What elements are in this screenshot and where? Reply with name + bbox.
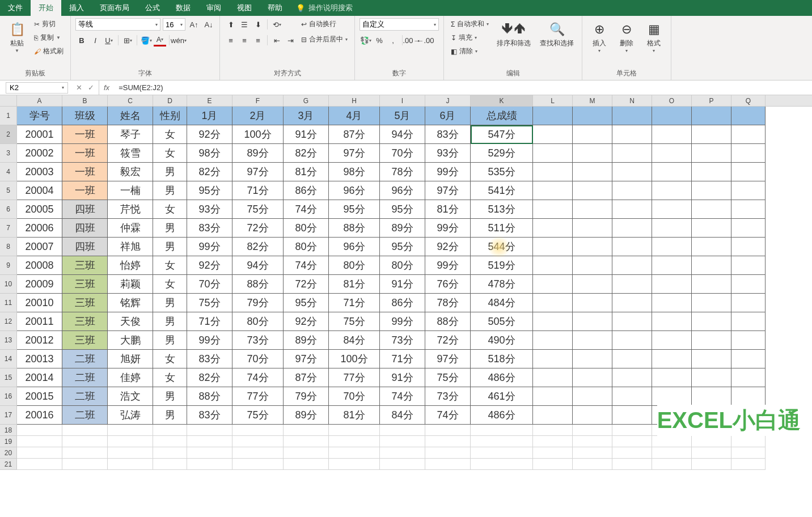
cell-I7[interactable]: 89分: [380, 219, 425, 238]
cell-M8[interactable]: [573, 238, 612, 256]
menu-help[interactable]: 帮助: [260, 0, 290, 16]
cell-O2[interactable]: [652, 125, 692, 144]
cell-L17[interactable]: [533, 406, 573, 425]
cell-A12[interactable]: 20011: [17, 312, 62, 331]
cell-N17[interactable]: [612, 406, 652, 425]
cell-D9[interactable]: 女: [153, 256, 187, 275]
cell-F17[interactable]: 75分: [232, 406, 284, 425]
cell-G1[interactable]: 3月: [284, 107, 329, 125]
border-button[interactable]: ⊞▾: [121, 34, 134, 46]
cell-H14[interactable]: 100分: [329, 350, 380, 368]
cell-H10[interactable]: 81分: [329, 275, 380, 294]
cell-P12[interactable]: [692, 312, 731, 331]
cell-B14[interactable]: 二班: [62, 350, 108, 368]
menu-data[interactable]: 数据: [168, 0, 198, 16]
cell-Q1[interactable]: [731, 107, 766, 125]
cell-E3[interactable]: 98分: [187, 144, 232, 163]
cell-J16[interactable]: 73分: [425, 387, 471, 406]
menu-view[interactable]: 视图: [229, 0, 260, 16]
cell-C12[interactable]: 天俊: [108, 312, 153, 331]
cell-P15[interactable]: [692, 368, 731, 387]
cell-J2[interactable]: 83分: [425, 125, 471, 144]
cell-E5[interactable]: 95分: [187, 181, 232, 200]
row-header-3[interactable]: 3: [0, 144, 17, 163]
cell-F4[interactable]: 97分: [232, 163, 284, 181]
cell-L6[interactable]: [533, 200, 573, 219]
cell-H4[interactable]: 98分: [329, 163, 380, 181]
cell-D5[interactable]: 男: [153, 181, 187, 200]
cell-G14[interactable]: 97分: [284, 350, 329, 368]
cell-M11[interactable]: [573, 294, 612, 312]
cell-E4[interactable]: 82分: [187, 163, 232, 181]
cell-Q15[interactable]: [731, 368, 766, 387]
cell-K17[interactable]: 486分: [471, 406, 533, 425]
cell-M6[interactable]: [573, 200, 612, 219]
cell-J9[interactable]: 99分: [425, 256, 471, 275]
cell-D16[interactable]: 男: [153, 387, 187, 406]
cell-Q11[interactable]: [731, 294, 766, 312]
cell-D19[interactable]: [153, 436, 187, 447]
cell-N6[interactable]: [612, 200, 652, 219]
cell-I15[interactable]: 91分: [380, 368, 425, 387]
cell-L14[interactable]: [533, 350, 573, 368]
cell-H13[interactable]: 84分: [329, 331, 380, 350]
cell-K11[interactable]: 484分: [471, 294, 533, 312]
cell-K9[interactable]: 519分: [471, 256, 533, 275]
cell-N14[interactable]: [612, 350, 652, 368]
column-header-J[interactable]: J: [425, 95, 471, 106]
cell-N7[interactable]: [612, 219, 652, 238]
cell-C2[interactable]: 琴子: [108, 125, 153, 144]
cell-E7[interactable]: 83分: [187, 219, 232, 238]
cell-O19[interactable]: [652, 436, 692, 447]
fill-button[interactable]: ↧填充▾: [449, 32, 491, 44]
cell-M1[interactable]: [573, 107, 612, 125]
cell-E19[interactable]: [187, 436, 232, 447]
cell-I10[interactable]: 91分: [380, 275, 425, 294]
font-color-button[interactable]: A▾: [154, 34, 166, 46]
increase-font-button[interactable]: A↑: [188, 18, 200, 31]
cell-L20[interactable]: [533, 447, 573, 459]
cell-O9[interactable]: [652, 256, 692, 275]
align-middle-button[interactable]: ☰: [238, 18, 251, 31]
cell-B12[interactable]: 三班: [62, 312, 108, 331]
cell-G8[interactable]: 80分: [284, 238, 329, 256]
cell-O15[interactable]: [652, 368, 692, 387]
cell-P2[interactable]: [692, 125, 731, 144]
cell-H12[interactable]: 75分: [329, 312, 380, 331]
cell-A8[interactable]: 20007: [17, 238, 62, 256]
cell-K6[interactable]: 513分: [471, 200, 533, 219]
cell-O14[interactable]: [652, 350, 692, 368]
cell-A18[interactable]: [17, 425, 62, 436]
cell-P10[interactable]: [692, 275, 731, 294]
cell-O8[interactable]: [652, 238, 692, 256]
cell-E12[interactable]: 71分: [187, 312, 232, 331]
cell-I20[interactable]: [380, 447, 425, 459]
paste-button[interactable]: 📋 粘贴 ▼: [5, 18, 29, 56]
cell-K14[interactable]: 518分: [471, 350, 533, 368]
cell-B4[interactable]: 一班: [62, 163, 108, 181]
cell-I4[interactable]: 78分: [380, 163, 425, 181]
cell-A1[interactable]: 学号: [17, 107, 62, 125]
cell-P7[interactable]: [692, 219, 731, 238]
cell-A3[interactable]: 20002: [17, 144, 62, 163]
column-header-N[interactable]: N: [612, 95, 652, 106]
cell-E1[interactable]: 1月: [187, 107, 232, 125]
cell-O21[interactable]: [652, 459, 692, 470]
column-header-Q[interactable]: Q: [731, 95, 766, 106]
orientation-button[interactable]: ⟲▾: [270, 18, 283, 31]
cell-L7[interactable]: [533, 219, 573, 238]
cell-Q14[interactable]: [731, 350, 766, 368]
cell-J4[interactable]: 99分: [425, 163, 471, 181]
cell-O11[interactable]: [652, 294, 692, 312]
autosum-button[interactable]: Σ自动求和▾: [449, 18, 491, 30]
cell-G20[interactable]: [284, 447, 329, 459]
cell-I14[interactable]: 71分: [380, 350, 425, 368]
cell-J1[interactable]: 6月: [425, 107, 471, 125]
copy-button[interactable]: ⎘复制▼: [32, 32, 66, 44]
cell-D21[interactable]: [153, 459, 187, 470]
cell-A10[interactable]: 20009: [17, 275, 62, 294]
indent-increase-button[interactable]: ⇥: [284, 34, 297, 46]
tell-me[interactable]: 💡 操作说明搜索: [296, 3, 353, 13]
row-header-20[interactable]: 20: [0, 447, 17, 459]
cell-N1[interactable]: [612, 107, 652, 125]
